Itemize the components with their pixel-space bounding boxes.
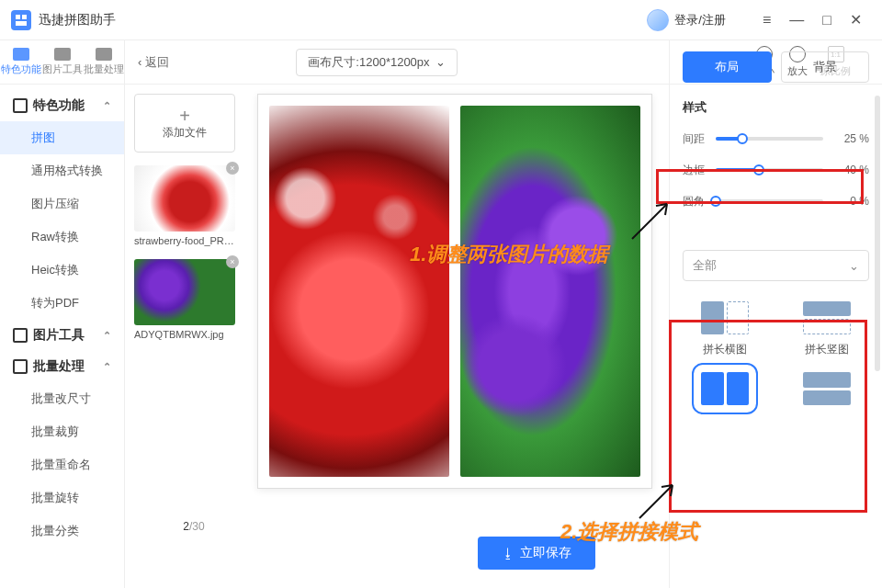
thumbnail-1[interactable]: ×	[134, 165, 235, 232]
features-icon	[13, 98, 28, 113]
chevron-left-icon: ‹	[138, 55, 141, 69]
style-section-title: 样式	[683, 99, 869, 116]
svg-rect-0	[16, 15, 20, 19]
layout-grid: 拼长横图 拼长竖图	[683, 296, 869, 411]
gallery-panel: +添加文件 × strawberry-food_PRO... × ADYQTBM…	[125, 85, 244, 588]
border-slider-row: 边框 40 %	[683, 160, 869, 180]
grid-icon	[13, 48, 29, 61]
radius-slider[interactable]	[716, 199, 823, 203]
svg-rect-2	[16, 21, 27, 26]
canvas-size-dropdown[interactable]: 画布尺寸:1200*1200px⌄	[296, 49, 457, 76]
gap-label: 间距	[683, 131, 708, 147]
thumbnail-1-name: strawberry-food_PRO...	[134, 235, 235, 246]
sidebar-item-convert[interactable]: 通用格式转换	[0, 154, 124, 187]
app-logo-icon	[11, 10, 31, 30]
minimize-button[interactable]: —	[780, 12, 813, 28]
user-avatar-icon[interactable]	[647, 9, 669, 31]
chevron-up-icon: ⌃	[103, 361, 111, 373]
chevron-down-icon: ⌄	[849, 259, 859, 273]
layout-tab-button[interactable]: 布局	[683, 51, 772, 83]
nav-tabs: 特色功能 图片工具 批量处理	[0, 40, 125, 85]
tools-icon	[13, 328, 28, 343]
maximize-button[interactable]: □	[813, 12, 841, 28]
right-panel-scrollbar[interactable]	[875, 96, 880, 371]
add-file-button[interactable]: +添加文件	[134, 94, 235, 153]
batch-icon	[96, 48, 112, 61]
sidebar-item-pdf[interactable]: 转为PDF	[0, 287, 124, 320]
sidebar-item-rotate[interactable]: 批量旋转	[0, 481, 124, 514]
layout-filter-dropdown[interactable]: 全部⌄	[683, 250, 869, 281]
background-tab-button[interactable]: 背景	[781, 51, 870, 83]
sidebar-item-collage[interactable]: 拼图	[0, 121, 124, 154]
tab-features[interactable]: 特色功能	[0, 40, 41, 84]
border-slider[interactable]	[716, 168, 823, 172]
layout-option-2col[interactable]	[688, 372, 763, 405]
sidebar-item-raw[interactable]: Raw转换	[0, 220, 124, 254]
sidebar-group-tools[interactable]: 图片工具⌃	[0, 320, 124, 351]
border-label: 边框	[683, 163, 708, 178]
layout-option-v-extend[interactable]: 拼长竖图	[790, 301, 865, 357]
titlebar: 迅捷拼图助手 登录/注册 ≡ — □ ✕	[0, 0, 882, 40]
canvas-preview[interactable]	[257, 94, 652, 489]
tab-image-tools[interactable]: 图片工具	[41, 40, 83, 84]
radius-label: 圆角	[683, 194, 708, 209]
layout-option-h-extend[interactable]: 拼长横图	[688, 301, 763, 357]
canvas-slot-right[interactable]	[460, 106, 640, 477]
batch-group-icon	[13, 359, 28, 374]
export-button[interactable]: ⭳立即保存	[478, 537, 595, 570]
thumbnail-2-name: ADYQTBMRWX.jpg	[134, 329, 235, 340]
chevron-up-icon: ⌃	[103, 330, 111, 342]
sidebar-item-rename[interactable]: 批量重命名	[0, 448, 124, 481]
gap-value: 25 %	[831, 132, 869, 145]
chevron-up-icon: ⌃	[103, 100, 111, 112]
sidebar-group-batch[interactable]: 批量处理⌃	[0, 351, 124, 382]
remove-thumb-icon[interactable]: ×	[226, 255, 239, 268]
sidebar-item-heic[interactable]: Heic转换	[0, 254, 124, 287]
chevron-down-icon: ⌄	[435, 55, 446, 69]
remove-thumb-icon[interactable]: ×	[226, 162, 239, 175]
sidebar-group-features[interactable]: 特色功能⌃	[0, 90, 124, 121]
right-panel: 布局 背景 样式 间距 25 % 边框 40 % 圆角 0 % 全部⌄ 拼长横图…	[669, 40, 882, 588]
back-button[interactable]: ‹返回	[138, 54, 169, 71]
gap-slider-row: 间距 25 %	[683, 129, 869, 149]
menu-icon[interactable]: ≡	[753, 12, 780, 28]
thumbnail-2[interactable]: ×	[134, 259, 235, 325]
border-value: 40 %	[831, 164, 869, 176]
radius-value: 0 %	[831, 195, 869, 208]
login-link[interactable]: 登录/注册	[674, 12, 726, 28]
sidebar-item-compress[interactable]: 图片压缩	[0, 187, 124, 220]
sidebar-item-classify[interactable]: 批量分类	[0, 514, 124, 548]
plus-icon: +	[179, 107, 190, 125]
svg-rect-1	[22, 15, 27, 19]
close-button[interactable]: ✕	[841, 11, 871, 28]
radius-slider-row: 圆角 0 %	[683, 191, 869, 211]
app-title: 迅捷拼图助手	[39, 12, 116, 28]
canvas-slot-left[interactable]	[269, 106, 449, 477]
layout-option-2row[interactable]	[790, 372, 865, 405]
tab-batch[interactable]: 批量处理	[83, 40, 124, 84]
sidebar-item-resize[interactable]: 批量改尺寸	[0, 382, 124, 415]
thumb-counter: 2/30	[134, 520, 254, 533]
download-icon: ⭳	[502, 546, 514, 560]
image-icon	[54, 48, 71, 61]
gap-slider[interactable]	[716, 137, 823, 141]
sidebar: 特色功能⌃ 拼图 通用格式转换 图片压缩 Raw转换 Heic转换 转为PDF …	[0, 85, 125, 588]
sidebar-item-crop[interactable]: 批量裁剪	[0, 415, 124, 448]
